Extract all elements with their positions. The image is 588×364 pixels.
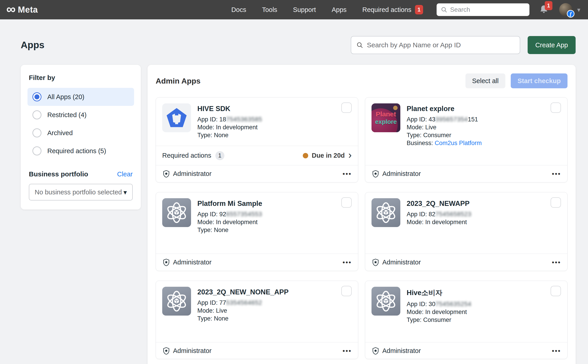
app-search[interactable] <box>351 36 520 54</box>
required-actions-count-badge: 1 <box>215 151 224 160</box>
global-search-input[interactable] <box>450 6 525 13</box>
app-card-platform-mi-sample: Platform Mi Sample App ID: 926557354553 … <box>156 192 358 271</box>
admin-shield-star-icon <box>162 258 170 266</box>
create-app-button[interactable]: Create App <box>528 36 576 54</box>
app-select-checkbox[interactable] <box>551 197 561 208</box>
card-menu-button[interactable]: ••• <box>342 170 352 178</box>
app-type-line: Type: None <box>197 131 262 139</box>
app-name: Hive소비자 <box>407 288 471 298</box>
notifications-button[interactable]: 1 <box>539 4 549 15</box>
select-all-button[interactable]: Select all <box>465 73 506 88</box>
account-caret-icon[interactable]: ▾ <box>577 6 580 13</box>
app-name: 2023_2Q_NEW_NONE_APP <box>197 288 289 296</box>
business-portfolio-header: Business portfolio Clear <box>29 170 133 178</box>
default-app-icon <box>372 198 400 227</box>
app-select-checkbox[interactable] <box>341 103 352 113</box>
filter-option-restricted[interactable]: Restricted (4) <box>27 106 134 124</box>
nav-tools[interactable]: Tools <box>262 6 277 13</box>
filter-panel: Filter by All Apps (20) Restricted (4) A… <box>21 65 141 209</box>
app-mode-line: Mode: In development <box>197 124 262 131</box>
business-portfolio-title: Business portfolio <box>29 170 88 178</box>
app-id-redacted: 7545363585 <box>226 116 262 123</box>
card-footer: Administrator ••• <box>156 165 358 182</box>
top-navbar: ∞ Meta Docs Tools Support Apps Required … <box>0 0 588 19</box>
atom-icon <box>373 289 398 313</box>
card-menu-button[interactable]: ••• <box>552 259 561 266</box>
admin-shield-star-icon <box>162 347 170 355</box>
moon-graphic <box>393 106 398 110</box>
planet-explore-app-icon: Planet explore <box>372 103 400 132</box>
card-menu-button[interactable]: ••• <box>552 347 561 355</box>
filter-option-label: Restricted (4) <box>47 111 86 119</box>
due-status-dot-icon <box>303 153 308 158</box>
radio-icon <box>33 128 41 137</box>
nav-docs[interactable]: Docs <box>231 6 246 13</box>
business-portfolio-value: No business portfolio selected <box>35 188 122 196</box>
app-id-line: App ID: 926557354553 <box>197 210 262 218</box>
admin-shield-star-icon <box>372 258 380 266</box>
card-footer: Administrator ••• <box>365 254 567 271</box>
app-select-checkbox[interactable] <box>341 197 352 208</box>
nav-support[interactable]: Support <box>293 6 316 13</box>
app-cards-grid: HIVE SDK App ID: 187545363585 Mode: In d… <box>156 97 568 359</box>
app-search-input[interactable] <box>367 41 515 49</box>
card-footer: Administrator ••• <box>365 342 567 359</box>
app-id-line: App ID: 775354564652 <box>197 299 289 307</box>
app-name: Platform Mi Sample <box>197 200 262 208</box>
start-checkup-button[interactable]: Start checkup <box>511 73 568 88</box>
chevron-right-icon: › <box>348 152 352 158</box>
app-name: HIVE SDK <box>197 105 262 113</box>
app-id-redacted: 7545658523 <box>436 211 471 218</box>
admin-apps-title: Admin Apps <box>156 77 201 85</box>
card-menu-button[interactable]: ••• <box>342 347 352 355</box>
app-card-hive-consumer: Hive소비자 App ID: 307545635254 Mode: In de… <box>365 281 568 359</box>
role-label: Administrator <box>173 347 212 355</box>
role-label: Administrator <box>382 259 421 266</box>
card-menu-button[interactable]: ••• <box>342 259 352 266</box>
app-id-line: App ID: 827545658523 <box>407 210 471 218</box>
required-actions-badge: 1 <box>415 5 423 14</box>
app-card-planet-explore: Planet explore Planet explore App ID: 43… <box>365 97 568 182</box>
filter-option-label: Required actions (5) <box>47 147 106 155</box>
app-type-line: Type: Consumer <box>407 131 482 139</box>
card-menu-button[interactable]: ••• <box>552 170 561 178</box>
hive-shield-icon <box>165 106 188 130</box>
admin-apps-actions: Select all Start checkup <box>465 73 568 88</box>
admin-shield-star-icon <box>372 170 380 178</box>
global-search[interactable] <box>437 3 529 16</box>
filter-option-archived[interactable]: Archived <box>27 124 134 142</box>
filter-option-label: Archived <box>47 129 73 137</box>
app-type-line: Type: None <box>197 315 289 323</box>
role-label: Administrator <box>173 170 212 177</box>
admin-shield-star-icon <box>162 170 170 178</box>
nav-required-actions-label: Required actions <box>362 6 411 13</box>
account-menu[interactable]: f <box>559 3 572 16</box>
card-footer: Administrator ••• <box>156 254 358 271</box>
nav-apps[interactable]: Apps <box>332 6 346 13</box>
app-id-redacted: 7545635254 <box>436 301 471 307</box>
page: Apps Create App Filter by All Apps (20) … <box>0 36 588 364</box>
role-label: Administrator <box>173 259 212 266</box>
app-id-line: App ID: 187545363585 <box>197 116 262 124</box>
app-id-redacted: 395657354 <box>436 116 468 123</box>
nav-required-actions[interactable]: Required actions 1 <box>362 5 423 14</box>
meta-logo[interactable]: ∞ Meta <box>6 5 38 15</box>
radio-checked-icon <box>33 92 41 101</box>
required-actions-row[interactable]: Required actions 1 Due in 20d › <box>156 146 358 165</box>
app-select-checkbox[interactable] <box>551 286 561 296</box>
due-text: Due in 20d <box>312 152 345 159</box>
app-id-redacted: 6557354553 <box>226 211 262 218</box>
default-app-icon <box>162 198 191 227</box>
app-select-checkbox[interactable] <box>551 103 561 113</box>
business-portfolio-select[interactable]: No business portfolio selected ▾ <box>29 184 133 201</box>
app-mode-line: Mode: Live <box>197 307 289 315</box>
clear-portfolio-link[interactable]: Clear <box>117 170 133 178</box>
card-footer: Administrator ••• <box>365 165 567 182</box>
required-actions-label: Required actions <box>162 152 211 159</box>
app-name: Planet explore <box>407 105 482 113</box>
app-select-checkbox[interactable] <box>341 286 352 296</box>
filter-option-all-apps[interactable]: All Apps (20) <box>27 88 134 106</box>
app-type-line: Type: None <box>197 226 262 234</box>
business-link[interactable]: Com2us Platform <box>435 140 482 146</box>
filter-option-required-actions[interactable]: Required actions (5) <box>27 142 134 160</box>
